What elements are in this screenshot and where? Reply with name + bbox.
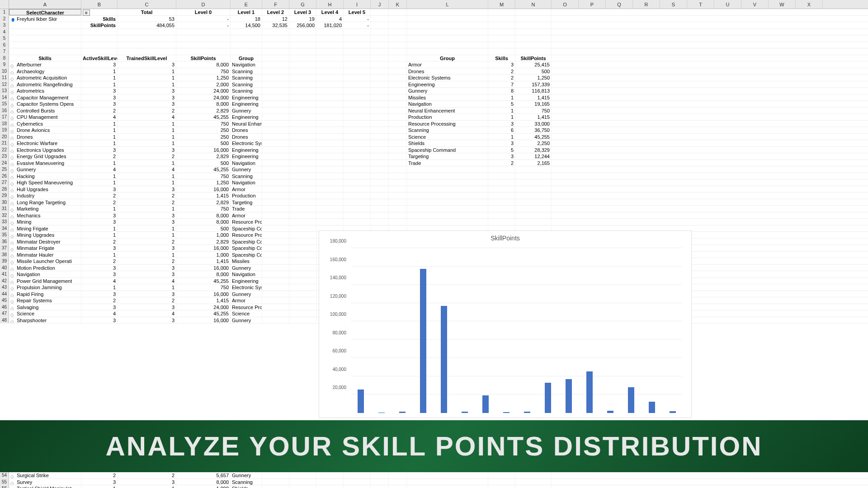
cell-C43[interactable]: 1: [118, 284, 176, 291]
cell-I33[interactable]: [344, 219, 371, 225]
cell-I28[interactable]: [344, 186, 371, 192]
cell-M25[interactable]: [488, 166, 515, 173]
col-header-T[interactable]: T: [687, 0, 714, 9]
cell-A34[interactable]: Mining Frigate: [9, 225, 81, 232]
cell-F38[interactable]: [262, 252, 289, 258]
cell-C33[interactable]: 3: [118, 219, 176, 225]
cell-N8[interactable]: SkillPoints: [515, 55, 552, 61]
cell-D37[interactable]: 16,000: [176, 245, 231, 251]
cell-A26[interactable]: Hacking: [9, 173, 81, 179]
cell-K17[interactable]: [389, 114, 407, 120]
cell-H28[interactable]: [316, 186, 344, 192]
cell-A54[interactable]: Surgical Strike: [9, 472, 81, 479]
cell-F29[interactable]: [262, 192, 289, 199]
row-number[interactable]: 27: [0, 179, 9, 186]
row-number[interactable]: 55: [0, 479, 9, 485]
cell-M11[interactable]: 2: [488, 75, 515, 81]
cell-M18[interactable]: 3: [488, 121, 515, 127]
cell-D14[interactable]: 24,000: [176, 94, 231, 101]
cell-I22[interactable]: [344, 147, 371, 153]
cell-J29[interactable]: [371, 192, 389, 199]
cell-J33[interactable]: [371, 219, 389, 225]
cell-D5[interactable]: [176, 35, 231, 42]
cell-N32[interactable]: [515, 212, 552, 219]
cell-E27[interactable]: Navigation: [231, 179, 262, 186]
cell-F9[interactable]: [262, 61, 289, 68]
cell-N31[interactable]: [515, 206, 552, 212]
cell-F18[interactable]: [262, 121, 289, 127]
cell-D56[interactable]: 1,000: [176, 485, 231, 488]
row-number[interactable]: 3: [0, 22, 9, 28]
cell-A17[interactable]: CPU Management: [9, 114, 81, 120]
cell-G15[interactable]: [289, 101, 316, 107]
cell-B18[interactable]: 1: [81, 121, 118, 127]
cell-options-icon[interactable]: [83, 9, 90, 16]
cell-B4[interactable]: [81, 29, 118, 35]
chart-bar-6[interactable]: [482, 395, 489, 413]
cell-D29[interactable]: 1,415: [176, 192, 231, 199]
cell-B20[interactable]: 1: [81, 134, 118, 140]
cell-D55[interactable]: 8,000: [176, 479, 231, 485]
chart-bar-14[interactable]: [649, 402, 655, 413]
cell-H7[interactable]: [316, 48, 344, 55]
row-number[interactable]: 12: [0, 81, 9, 88]
cell-F15[interactable]: [262, 101, 289, 107]
cell-B39[interactable]: 2: [81, 258, 118, 264]
cell-F44[interactable]: [262, 291, 289, 297]
cell-A6[interactable]: [9, 42, 81, 48]
cell-F42[interactable]: [262, 278, 289, 284]
cell-E22[interactable]: Engineering: [231, 147, 262, 153]
cell-H55[interactable]: [316, 479, 344, 485]
row-number[interactable]: 32: [0, 212, 9, 219]
cell-C38[interactable]: 1: [118, 252, 176, 258]
cell-E37[interactable]: Spaceship Command: [231, 245, 262, 251]
cell-M10[interactable]: 2: [488, 68, 515, 75]
cell-J26[interactable]: [371, 173, 389, 179]
cell-J31[interactable]: [371, 206, 389, 212]
cell-A41[interactable]: Navigation: [9, 271, 81, 277]
cell-G44[interactable]: [289, 291, 316, 297]
cell-K30[interactable]: [389, 199, 407, 206]
cell-D40[interactable]: 16,000: [176, 265, 231, 271]
cell-D36[interactable]: 2,829: [176, 239, 231, 245]
chart-bar-3[interactable]: [420, 269, 426, 413]
col-header-C[interactable]: C: [118, 0, 176, 9]
cell-E31[interactable]: Trade: [231, 206, 262, 212]
cell-C16[interactable]: 2: [118, 108, 176, 114]
cell-D13[interactable]: 24,000: [176, 88, 231, 94]
cell-N7[interactable]: [515, 48, 552, 55]
cell-A2[interactable]: Freyfuni Ikber Skir: [9, 16, 81, 22]
cell-L11[interactable]: Electronic Systems: [407, 75, 488, 81]
cell-H22[interactable]: [316, 147, 344, 153]
col-header-K[interactable]: K: [389, 0, 407, 9]
cell-G56[interactable]: [289, 485, 316, 488]
cell-I56[interactable]: [344, 485, 371, 488]
cell-A23[interactable]: Energy Grid Upgrades: [9, 153, 81, 160]
row-number[interactable]: 54: [0, 472, 9, 479]
row-number[interactable]: 56: [0, 485, 9, 488]
cell-A5[interactable]: [9, 35, 81, 42]
cell-C10[interactable]: 1: [118, 68, 176, 75]
cell-J10[interactable]: [371, 68, 389, 75]
cell-D3[interactable]: -: [176, 22, 231, 28]
cell-E20[interactable]: Drones: [231, 134, 262, 140]
skillpoints-chart[interactable]: SkillPoints 20,00040,00060,00080,000100,…: [319, 230, 692, 418]
cell-I54[interactable]: [344, 472, 371, 479]
cell-A27[interactable]: High Speed Maneuvering: [9, 179, 81, 186]
cell-B16[interactable]: 2: [81, 108, 118, 114]
cell-M15[interactable]: 5: [488, 101, 515, 107]
cell-K8[interactable]: [389, 55, 407, 61]
cell-F43[interactable]: [262, 284, 289, 291]
cell-D8[interactable]: SkillPoints: [176, 55, 231, 61]
cell-D30[interactable]: 2,829: [176, 199, 231, 206]
cell-D21[interactable]: 500: [176, 140, 231, 146]
cell-N56[interactable]: [515, 485, 552, 488]
cell-K13[interactable]: [389, 88, 407, 94]
cell-F20[interactable]: [262, 134, 289, 140]
cell-I1[interactable]: Level 5: [344, 9, 371, 15]
cell-F4[interactable]: [262, 29, 289, 35]
cell-C11[interactable]: 1: [118, 75, 176, 81]
cell-D6[interactable]: [176, 42, 231, 48]
row-number[interactable]: 2: [0, 16, 9, 22]
cell-L9[interactable]: Armor: [407, 61, 488, 68]
